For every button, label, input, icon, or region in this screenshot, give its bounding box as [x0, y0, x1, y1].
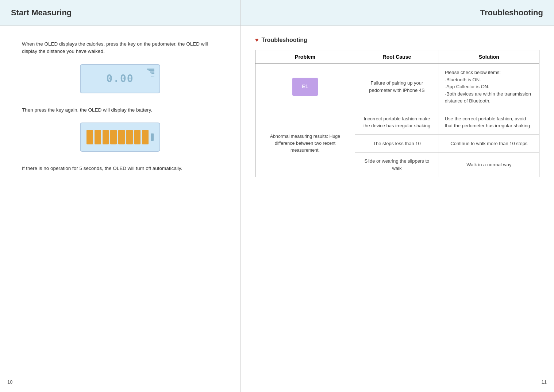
- table-header-row: Problem Root Cause Solution: [255, 50, 539, 64]
- solution-pairing-text: Please check below items:-Bluetooth is O…: [445, 70, 531, 104]
- paragraph-oled-calories: When the OLED displays the calories, pre…: [22, 40, 218, 55]
- root-cause-steps: The steps less than 10: [355, 135, 439, 152]
- paragraph-auto-off: If there is no operation for 5 seconds, …: [22, 165, 218, 172]
- problem-cell-pairing: E1: [255, 64, 355, 110]
- troubleshooting-table: Problem Root Cause Solution E1 Failure o…: [255, 50, 539, 177]
- battery-tip: [151, 133, 154, 141]
- right-page-number: 11: [542, 379, 547, 385]
- oled-distance-text: 0.00: [106, 73, 134, 85]
- right-page: Troubleshooting ♥ Troubleshooting Proble…: [241, 0, 554, 392]
- battery-seg-4: [110, 130, 117, 144]
- section-title-text: Troubleshooting: [262, 37, 307, 43]
- heart-icon: ♥: [255, 37, 259, 43]
- right-content: ♥ Troubleshooting Problem Root Cause Sol…: [241, 26, 554, 188]
- root-cause-shaking: Incorrect portable fashion make the devi…: [355, 110, 439, 135]
- col-header-root-cause: Root Cause: [355, 50, 439, 64]
- battery-display: [80, 123, 160, 152]
- paragraph-oled-battery: Then press the key again, the OLED will …: [22, 106, 218, 114]
- device-icon-label: E1: [302, 83, 308, 90]
- battery-seg-6: [126, 130, 133, 144]
- battery-seg-3: [103, 130, 109, 144]
- left-page-number: 10: [7, 379, 12, 385]
- left-page: Start Measuring When the OLED displays t…: [0, 0, 241, 392]
- solution-slippers: Walk in a normal way: [439, 152, 539, 177]
- troubleshooting-title: ♥ Troubleshooting: [255, 37, 539, 43]
- signal-bar-1: [147, 69, 154, 70]
- left-page-header: Start Measuring: [0, 0, 240, 26]
- table-row-pairing: E1 Failure of pairing up your pedometer …: [255, 64, 539, 110]
- battery-seg-5: [118, 130, 125, 144]
- battery-seg-1: [86, 130, 93, 144]
- signal-label: ▪▪▪: [151, 75, 154, 78]
- signal-bar-3: [150, 71, 154, 73]
- signal-bar-4: [151, 73, 154, 74]
- col-header-problem: Problem: [255, 50, 355, 64]
- battery-seg-8: [142, 130, 149, 144]
- battery-seg-2: [95, 130, 101, 144]
- signal-bar-2: [149, 70, 154, 71]
- battery-seg-7: [134, 130, 141, 144]
- left-content: When the OLED displays the calories, pre…: [0, 26, 240, 195]
- oled-display-distance: 0.00 ▪▪▪: [80, 64, 160, 93]
- col-header-solution: Solution: [439, 50, 539, 64]
- device-icon-pairing: E1: [292, 78, 318, 96]
- solution-pairing: Please check below items:-Bluetooth is O…: [439, 64, 539, 110]
- table-row-abnormal-1: Abnormal measuring results: Huge differe…: [255, 110, 539, 135]
- root-cause-pairing: Failure of pairing up your pedometer wit…: [355, 64, 439, 110]
- root-cause-slippers: Slide or wearing the slippers to walk: [355, 152, 439, 177]
- problem-cell-abnormal: Abnormal measuring results: Huge differe…: [255, 110, 355, 177]
- signal-bars: ▪▪▪: [147, 69, 154, 78]
- right-page-header: Troubleshooting: [241, 0, 554, 26]
- solution-steps: Continue to walk more than 10 steps: [439, 135, 539, 152]
- solution-shaking: Use the correct portable fashion, avoid …: [439, 110, 539, 135]
